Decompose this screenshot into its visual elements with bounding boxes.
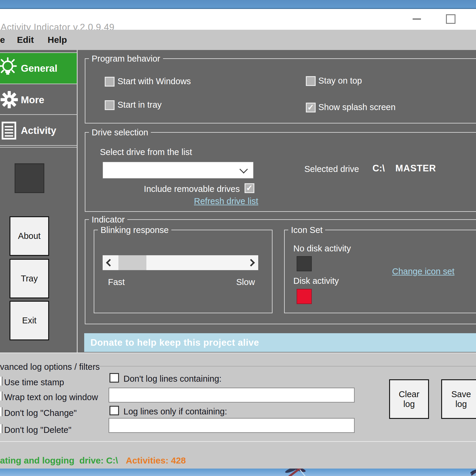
chevron-left-icon — [106, 259, 113, 266]
menu-help[interactable]: Help — [48, 30, 67, 50]
save-log-button[interactable]: Save log — [441, 379, 476, 419]
dont-log-lines-input[interactable] — [109, 388, 355, 403]
title-bar: Activity Indicator v.2.0.9.49 — [0, 9, 476, 30]
blinking-response-title: Blinking response — [98, 224, 171, 236]
tab-more[interactable]: More — [0, 85, 77, 115]
scrollbar-right-arrow[interactable] — [244, 255, 258, 270]
no-disk-activity-swatch — [297, 256, 312, 271]
start-with-windows-label: Start with Windows — [118, 76, 191, 86]
dont-log-delete-label: Don't log "Delete" — [4, 425, 71, 435]
lightbulb-icon — [0, 57, 18, 80]
menu-bar — [0, 30, 476, 50]
tray-button[interactable]: Tray — [10, 259, 49, 298]
clear-log-label: Clear log — [396, 389, 422, 409]
use-time-stamp-checkbox-partial[interactable] — [0, 377, 2, 386]
wrap-text-label: Wrap text on log window — [4, 392, 98, 402]
change-icon-set-link[interactable]: Change icon set — [392, 267, 455, 276]
tab-general[interactable]: General — [0, 52, 77, 84]
dont-log-lines-checkbox[interactable] — [109, 373, 119, 383]
select-drive-label: Select drive from the list — [100, 147, 192, 157]
program-behavior-title: Program behavior — [89, 53, 163, 64]
chevron-right-icon — [247, 259, 255, 266]
tab-more-label: More — [21, 94, 44, 106]
donate-banner[interactable]: Donate to help keep this project alive — [84, 333, 476, 352]
drive-select-combobox[interactable] — [103, 162, 253, 178]
slow-label: Slow — [236, 277, 255, 287]
chevron-down-icon — [239, 165, 248, 173]
sidebar-separator — [0, 147, 78, 148]
selected-drive-caption: Selected drive — [304, 164, 359, 174]
dont-log-lines-label: Don't log lines containing: — [123, 374, 222, 384]
disk-activity-swatch — [297, 289, 312, 304]
tab-activity[interactable]: Activity — [0, 116, 77, 146]
app-window: Activity Indicator v.2.0.9.49 e Edit Hel… — [0, 0, 476, 476]
status-activities-count: Activities: 428 — [126, 455, 186, 466]
tab-activity-label: Activity — [21, 125, 56, 136]
show-splash-screen-checkbox[interactable] — [306, 103, 316, 112]
start-with-windows-checkbox[interactable] — [105, 77, 115, 87]
tray-button-label: Tray — [21, 274, 38, 284]
desktop-wallpaper-bottom — [0, 469, 476, 476]
minimize-button[interactable] — [413, 18, 421, 20]
wrap-text-checkbox-partial[interactable] — [0, 392, 2, 400]
gear-icon — [0, 90, 18, 109]
refresh-drive-list-link[interactable]: Refresh drive list — [194, 196, 258, 206]
icon-set-title: Icon Set — [288, 224, 325, 236]
menu-file-partial[interactable]: e — [0, 30, 5, 50]
include-removable-label: Include removable drives — [134, 184, 240, 194]
about-button[interactable]: About — [10, 216, 49, 256]
blinking-response-scrollbar[interactable] — [103, 255, 258, 270]
no-disk-activity-label: No disk activity — [293, 243, 351, 253]
about-button-label: About — [18, 231, 41, 241]
fast-label: Fast — [108, 277, 125, 287]
log-lines-only-label: Log lines only if containing: — [123, 406, 227, 416]
scrollbar-thumb[interactable] — [118, 255, 146, 270]
stay-on-top-checkbox[interactable] — [306, 76, 316, 86]
sidebar-divider — [77, 50, 78, 353]
scrollbar-left-arrow[interactable] — [103, 255, 117, 270]
blinking-response-group: Blinking response — [94, 230, 273, 313]
save-log-label: Save log — [448, 389, 474, 409]
advanced-log-title-partial: vanced log options / filters — [0, 362, 100, 372]
indicator-title: Indicator — [89, 214, 127, 225]
disk-activity-label: Disk activity — [293, 276, 339, 286]
start-in-tray-checkbox[interactable] — [105, 100, 115, 110]
show-splash-screen-label: Show splash screen — [318, 102, 396, 112]
start-in-tray-label: Start in tray — [118, 100, 162, 110]
maximize-button[interactable] — [446, 14, 455, 24]
include-removable-checkbox[interactable] — [245, 183, 254, 193]
exit-button[interactable]: Exit — [10, 301, 49, 340]
dragonfly-wallpaper-art-partial — [469, 469, 476, 476]
clear-log-button[interactable]: Clear log — [389, 379, 429, 419]
exit-button-label: Exit — [22, 316, 36, 325]
program-behavior-group: Program behavior — [85, 58, 476, 123]
log-lines-only-input[interactable] — [109, 418, 355, 433]
status-logging-text: ating and logging drive: C:\ — [0, 455, 118, 466]
selected-volume-value: MASTER — [395, 163, 436, 173]
selected-drive-value: C:\ — [372, 163, 385, 173]
status-bar-divider — [0, 441, 476, 442]
dont-log-change-checkbox-partial[interactable] — [0, 407, 2, 416]
dont-log-delete-checkbox-partial[interactable] — [0, 424, 2, 433]
desktop-wallpaper-top — [0, 0, 476, 9]
activity-log-icon — [1, 121, 17, 140]
drive-selection-title: Drive selection — [89, 127, 151, 138]
tab-general-label: General — [21, 63, 57, 74]
advanced-log-group-line — [99, 366, 476, 367]
menu-edit[interactable]: Edit — [17, 30, 34, 50]
use-time-stamp-label: Use time stamp — [4, 377, 64, 387]
indicator-preview-square — [15, 163, 44, 193]
stay-on-top-label: Stay on top — [318, 76, 362, 86]
log-lines-only-checkbox[interactable] — [109, 406, 119, 415]
dont-log-change-label: Don't log "Change" — [4, 408, 77, 418]
